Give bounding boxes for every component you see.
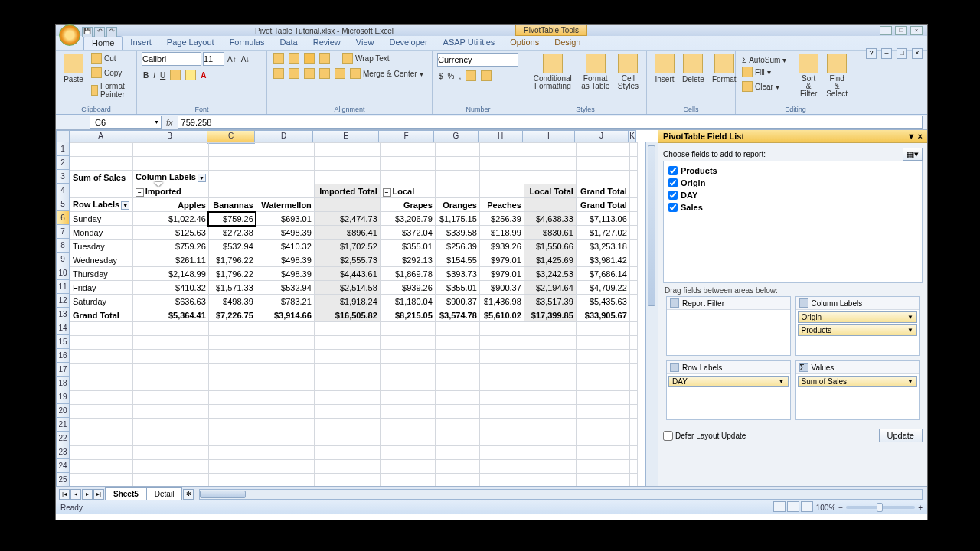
zoom-level[interactable]: 100%: [816, 504, 836, 512]
column-header-E[interactable]: E: [313, 130, 379, 142]
comma-icon[interactable]: ,: [457, 71, 462, 81]
zoom-out-icon[interactable]: −: [838, 504, 843, 512]
row-header-14[interactable]: 14: [56, 321, 70, 335]
column-header-F[interactable]: F: [379, 130, 434, 142]
minimize-icon[interactable]: –: [880, 26, 892, 35]
row-header-24[interactable]: 24: [56, 459, 70, 473]
cell-styles-button[interactable]: Cell Styles: [615, 52, 642, 92]
row-header-18[interactable]: 18: [56, 377, 70, 390]
layout-options-button[interactable]: ▦▾: [903, 148, 923, 161]
field-origin[interactable]: Origin: [668, 177, 917, 189]
last-sheet-icon[interactable]: ▸|: [93, 489, 104, 500]
align-top-icon[interactable]: [272, 52, 286, 64]
close-icon[interactable]: ×: [910, 26, 923, 35]
align-bottom-icon[interactable]: [302, 52, 316, 64]
row-header-9[interactable]: 9: [56, 253, 70, 266]
office-button[interactable]: [59, 24, 80, 46]
bold-button[interactable]: B: [142, 70, 150, 80]
align-center-icon[interactable]: [287, 67, 301, 80]
row-header-15[interactable]: 15: [56, 335, 70, 349]
percent-icon[interactable]: %: [446, 71, 456, 81]
column-item-products[interactable]: Products▼: [798, 324, 918, 336]
spreadsheet-grid[interactable]: Sum of SalesColumn Labels▼−ImportedImpor…: [70, 142, 638, 486]
row-header-1[interactable]: 1: [56, 142, 70, 156]
increase-font-icon[interactable]: A↑: [226, 54, 238, 64]
tab-review[interactable]: Review: [305, 36, 348, 50]
prev-sheet-icon[interactable]: ◂: [70, 489, 81, 500]
tab-page-layout[interactable]: Page Layout: [159, 36, 222, 50]
tab-options[interactable]: Options: [502, 36, 547, 50]
row-header-12[interactable]: 12: [56, 294, 70, 308]
column-header-B[interactable]: B: [132, 130, 207, 142]
row-header-19[interactable]: 19: [56, 390, 70, 404]
page-break-view-icon[interactable]: [801, 501, 813, 512]
row-header-3[interactable]: 3: [56, 170, 70, 184]
maximize-icon[interactable]: □: [895, 26, 907, 35]
row-header-25[interactable]: 25: [56, 473, 70, 486]
field-products[interactable]: Products: [668, 165, 917, 177]
format-cells-button[interactable]: Format: [709, 52, 740, 85]
row-header-8[interactable]: 8: [56, 239, 70, 253]
paste-button[interactable]: Paste: [60, 52, 87, 99]
sort-filter-button[interactable]: Sort & Filter: [795, 52, 822, 99]
autosum-button[interactable]: ΣAutoSum ▾: [740, 55, 788, 65]
row-header-20[interactable]: 20: [56, 404, 70, 418]
conditional-formatting-button[interactable]: Conditional Formatting: [529, 52, 577, 92]
zoom-in-icon[interactable]: +: [918, 504, 923, 512]
tab-developer[interactable]: Developer: [381, 36, 435, 50]
row-header-6[interactable]: 6: [56, 211, 70, 225]
format-painter-button[interactable]: Format Painter: [90, 81, 132, 99]
tab-formulas[interactable]: Formulas: [222, 36, 273, 50]
row-header-5[interactable]: 5: [56, 197, 70, 211]
column-header-K[interactable]: K: [629, 130, 636, 142]
column-header-I[interactable]: I: [523, 130, 575, 142]
next-sheet-icon[interactable]: ▸: [82, 489, 93, 500]
decrease-indent-icon[interactable]: [318, 67, 332, 80]
clear-button[interactable]: Clear ▾: [740, 80, 781, 93]
column-header-G[interactable]: G: [434, 130, 479, 142]
update-button[interactable]: Update: [879, 429, 923, 442]
fill-button[interactable]: Fill ▾: [740, 66, 773, 78]
qat-save-icon[interactable]: 💾: [82, 27, 93, 37]
tab-asap-utilities[interactable]: ASAP Utilities: [436, 36, 503, 50]
field-list-close-icon[interactable]: ▼ ×: [907, 132, 923, 141]
row-header-11[interactable]: 11: [56, 280, 70, 294]
values-area[interactable]: ΣValues Sum of Sales▼: [795, 360, 920, 420]
format-as-table-button[interactable]: Format as Table: [578, 52, 613, 92]
row-header-7[interactable]: 7: [56, 225, 70, 239]
horizontal-scrollbar[interactable]: [199, 489, 923, 500]
align-right-icon[interactable]: [302, 67, 316, 80]
vertical-scrollbar[interactable]: [645, 142, 658, 486]
zoom-slider[interactable]: [846, 506, 915, 509]
row-labels-area[interactable]: Row Labels DAY▼: [666, 360, 791, 420]
align-left-icon[interactable]: [272, 67, 286, 80]
qat-redo-icon[interactable]: ↷: [106, 27, 117, 37]
help-icon[interactable]: ?: [866, 48, 877, 59]
restore-window-icon[interactable]: □: [897, 48, 907, 59]
orientation-icon[interactable]: [318, 52, 332, 64]
value-item-sum-of-sales[interactable]: Sum of Sales▼: [798, 376, 918, 387]
align-middle-icon[interactable]: [287, 52, 301, 64]
column-labels-area[interactable]: Column Labels Origin▼Products▼: [795, 296, 920, 356]
formula-bar[interactable]: 759.258: [178, 116, 923, 129]
currency-icon[interactable]: $: [437, 71, 445, 81]
column-header-H[interactable]: H: [479, 130, 523, 142]
field-list-box[interactable]: ProductsOriginDAYSales: [663, 161, 923, 283]
first-sheet-icon[interactable]: |◂: [59, 489, 70, 500]
name-box[interactable]: C6▼: [90, 116, 162, 129]
defer-update-checkbox[interactable]: Defer Layout Update: [663, 431, 746, 441]
tab-design[interactable]: Design: [547, 36, 588, 50]
report-filter-area[interactable]: Report Filter: [666, 296, 791, 356]
insert-cells-button[interactable]: Insert: [652, 52, 678, 85]
qat-undo-icon[interactable]: ↶: [94, 27, 105, 37]
column-header-J[interactable]: J: [575, 130, 629, 142]
sheet-tab-sheet5[interactable]: Sheet5: [105, 487, 147, 500]
normal-view-icon[interactable]: [773, 501, 786, 512]
increase-indent-icon[interactable]: [333, 67, 347, 80]
find-select-button[interactable]: Find & Select: [823, 52, 851, 99]
row-header-17[interactable]: 17: [56, 363, 70, 377]
column-item-origin[interactable]: Origin▼: [798, 311, 918, 323]
tab-data[interactable]: Data: [272, 36, 305, 50]
field-sales[interactable]: Sales: [668, 201, 917, 214]
fx-icon[interactable]: fx: [166, 118, 173, 127]
